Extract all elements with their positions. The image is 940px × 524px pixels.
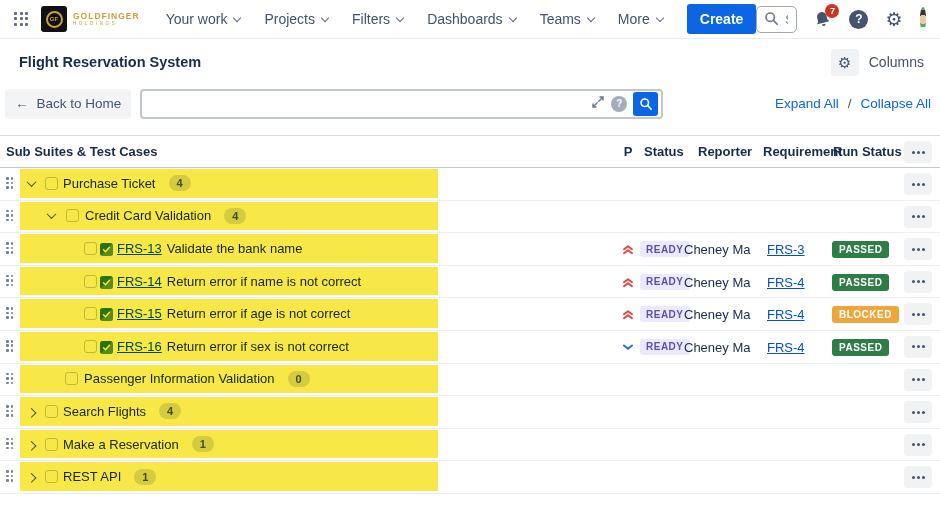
- expand-toggle[interactable]: [26, 441, 37, 448]
- syntax-help-icon[interactable]: ?: [611, 96, 627, 112]
- row-checkbox[interactable]: [84, 340, 97, 353]
- test-key-link[interactable]: FRS-14: [117, 274, 162, 289]
- nav-item-your-work[interactable]: Your work: [166, 11, 241, 27]
- row-checkbox[interactable]: [84, 275, 97, 288]
- requirement-link[interactable]: FRS-4: [767, 340, 805, 355]
- expand-editor-icon[interactable]: [591, 95, 605, 113]
- requirement-link[interactable]: FRS-4: [767, 275, 805, 290]
- suite-label[interactable]: Search Flights: [63, 404, 146, 419]
- test-label[interactable]: Validate the bank name: [167, 241, 303, 256]
- ellipsis-icon: [917, 476, 920, 479]
- reporter-name: Cheney Ma: [684, 340, 750, 355]
- test-case-icon: [100, 275, 113, 288]
- row-more-menu-button[interactable]: [904, 238, 932, 260]
- create-button[interactable]: Create: [687, 4, 757, 34]
- suite-label[interactable]: Passenger Information Validation: [84, 371, 275, 386]
- nav-item-dashboards[interactable]: Dashboards: [427, 11, 516, 27]
- suite-label[interactable]: Make a Reservation: [63, 437, 179, 452]
- ellipsis-icon: [917, 280, 920, 283]
- chevron-down-icon: [656, 13, 664, 21]
- suite-label[interactable]: Credit Card Validation: [85, 208, 211, 223]
- row-more-menu-button[interactable]: [904, 401, 932, 423]
- collapse-all-link[interactable]: Collapse All: [860, 96, 931, 111]
- row-checkbox[interactable]: [45, 438, 58, 451]
- test-count-badge: 1: [134, 469, 156, 485]
- logo-brand-sub: HOLDINGS: [73, 22, 140, 27]
- test-count-badge: 4: [224, 208, 246, 224]
- row-more-menu-button[interactable]: [904, 466, 932, 488]
- priority-low-icon: [620, 340, 636, 354]
- table-settings-button[interactable]: ⚙: [831, 49, 859, 76]
- row-checkbox[interactable]: [66, 209, 79, 222]
- test-key-link[interactable]: FRS-13: [117, 241, 162, 256]
- row-checkbox[interactable]: [45, 405, 58, 418]
- suite-row-rest-api: REST API 1: [0, 461, 940, 494]
- logo-monogram: GF: [46, 11, 63, 28]
- header-more-menu-button[interactable]: [904, 141, 932, 163]
- settings-button[interactable]: ⚙: [885, 10, 902, 29]
- status-badge: READY: [640, 274, 690, 290]
- chevron-right-icon: [27, 408, 37, 418]
- expand-all-link[interactable]: Expand All: [775, 96, 839, 111]
- chevron-right-icon: [27, 441, 37, 451]
- notifications-button[interactable]: 7: [813, 10, 832, 29]
- suite-label[interactable]: Purchase Ticket: [63, 176, 156, 191]
- columns-button[interactable]: Columns: [869, 54, 924, 70]
- test-label[interactable]: Return error if sex is not correct: [167, 339, 349, 354]
- help-button[interactable]: ?: [849, 10, 868, 29]
- row-checkbox[interactable]: [45, 470, 58, 483]
- expand-toggle[interactable]: [26, 473, 37, 480]
- search-icon: [639, 97, 653, 111]
- nav-item-projects[interactable]: Projects: [264, 11, 328, 27]
- suite-row-credit-card-validation: Credit Card Validation 4: [0, 201, 940, 234]
- row-checkbox[interactable]: [84, 242, 97, 255]
- requirement-link[interactable]: FRS-3: [767, 242, 805, 257]
- logo-mark-icon: GF: [41, 6, 67, 32]
- test-count-badge: 4: [169, 175, 191, 191]
- row-checkbox[interactable]: [84, 307, 97, 320]
- row-more-menu-button[interactable]: [904, 369, 932, 391]
- collapse-toggle[interactable]: [46, 212, 57, 219]
- brand-logo[interactable]: GF GOLDFINGER HOLDINGS: [41, 6, 140, 32]
- ellipsis-icon: [917, 443, 920, 446]
- nav-item-more[interactable]: More: [618, 11, 663, 27]
- row-more-menu-button[interactable]: [904, 173, 932, 195]
- test-key-link[interactable]: FRS-15: [117, 306, 162, 321]
- filter-search-input[interactable]: [142, 91, 591, 117]
- nav-item-teams[interactable]: Teams: [540, 11, 594, 27]
- filter-search-box: ?: [140, 89, 663, 119]
- suite-label[interactable]: REST API: [63, 469, 121, 484]
- filter-search-button[interactable]: [633, 92, 658, 116]
- chevron-down-icon: [396, 13, 404, 21]
- test-case-icon: [100, 242, 113, 255]
- row-checkbox[interactable]: [65, 372, 78, 385]
- row-more-menu-button[interactable]: [904, 336, 932, 358]
- chevron-down-icon: [321, 13, 329, 21]
- row-more-menu-button[interactable]: [904, 271, 932, 293]
- app-switcher-icon[interactable]: [14, 12, 29, 27]
- test-case-icon: [100, 307, 113, 320]
- requirement-link[interactable]: FRS-4: [767, 307, 805, 322]
- column-header-requirement: Requirement: [763, 144, 842, 159]
- status-badge: READY: [640, 306, 690, 322]
- expand-toggle[interactable]: [26, 408, 37, 415]
- test-count-badge: 0: [288, 371, 310, 387]
- priority-highest-icon: [620, 275, 636, 289]
- suite-row-purchase-ticket: Purchase Ticket 4: [0, 168, 940, 201]
- row-more-menu-button[interactable]: [904, 434, 932, 456]
- collapse-toggle[interactable]: [26, 180, 37, 187]
- test-label[interactable]: Return error if name is not correct: [167, 274, 361, 289]
- test-key-link[interactable]: FRS-16: [117, 339, 162, 354]
- user-avatar[interactable]: [920, 7, 926, 31]
- chevron-down-icon: [27, 177, 37, 187]
- ellipsis-icon: [917, 313, 920, 316]
- priority-highest-icon: [620, 242, 636, 256]
- nav-item-filters[interactable]: Filters: [352, 11, 403, 27]
- row-more-menu-button[interactable]: [904, 206, 932, 228]
- row-more-menu-button[interactable]: [904, 303, 932, 325]
- test-label[interactable]: Return error if age is not correct: [167, 306, 351, 321]
- test-row-frs-13: FRS-13 Validate the bank name READY Chen…: [0, 233, 940, 266]
- gear-icon: ⚙: [885, 10, 902, 29]
- row-checkbox[interactable]: [45, 177, 58, 190]
- back-to-home-button[interactable]: ← Back to Home: [5, 89, 131, 119]
